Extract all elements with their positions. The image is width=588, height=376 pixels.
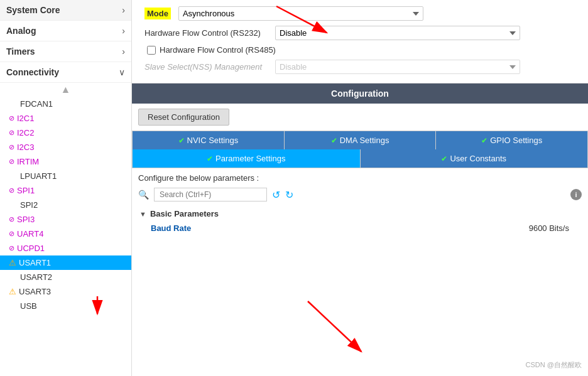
usart1-warn-icon: ⚠ bbox=[9, 258, 16, 267]
param-area: Configure the below parameters : 🔍 ↺ ↻ i… bbox=[132, 168, 588, 376]
i2c3-no-icon: ⊘ bbox=[9, 143, 14, 151]
hw-flow-rs485-row: Hardware Flow Control (RS485) bbox=[144, 45, 575, 55]
sidebar-item-uart4[interactable]: ⊘ UART4 bbox=[0, 227, 131, 241]
sidebar-item-label-uart4: UART4 bbox=[17, 229, 43, 239]
dma-check-icon: ✔ bbox=[331, 136, 337, 145]
refresh1-icon[interactable]: ↺ bbox=[272, 189, 280, 201]
sidebar-item-spi1[interactable]: ⊘ SPI1 bbox=[0, 183, 131, 198]
sidebar-section-label-connectivity: Connectivity bbox=[6, 67, 59, 77]
search-row: 🔍 ↺ ↻ i bbox=[138, 188, 582, 201]
sidebar-item-label-spi2: SPI2 bbox=[20, 200, 38, 210]
sidebar-item-i2c1[interactable]: ⊘ I2C1 bbox=[0, 111, 131, 126]
sidebar-item-usart1[interactable]: ⚠ USART1 bbox=[0, 255, 131, 270]
usart3-warn-icon: ⚠ bbox=[9, 287, 16, 296]
scroll-up-indicator[interactable]: ▲ bbox=[0, 83, 131, 97]
sidebar-section-connectivity[interactable]: Connectivity ∨ bbox=[0, 62, 131, 83]
sidebar-item-label-i2c1: I2C1 bbox=[17, 114, 34, 123]
sidebar-section-analog[interactable]: Analog › bbox=[0, 21, 131, 41]
hw-flow-rs232-select[interactable]: Disable CTS Only RTS Only CTS/RTS Hardwa… bbox=[275, 26, 520, 40]
user-const-check-icon: ✔ bbox=[441, 154, 447, 163]
spi3-no-icon: ⊘ bbox=[9, 215, 14, 223]
tab-parameter-settings[interactable]: ✔ Parameter Settings bbox=[132, 149, 360, 168]
sidebar-item-label-usb: USB bbox=[20, 301, 37, 311]
uart4-no-icon: ⊘ bbox=[9, 230, 14, 238]
watermark: CSDN @自然醒欧 bbox=[526, 360, 582, 370]
sidebar-item-spi2[interactable]: SPI2 bbox=[0, 198, 131, 212]
mode-select[interactable]: Asynchronous Synchronous bbox=[178, 6, 423, 21]
tabs-row-2: ✔ Parameter Settings ✔ User Constants bbox=[132, 149, 588, 168]
sidebar-item-ucpd1[interactable]: ⊘ UCPD1 bbox=[0, 241, 131, 255]
sidebar-section-arrow-analog: › bbox=[122, 26, 125, 36]
tab-dma-label: DMA Settings bbox=[340, 136, 389, 145]
sidebar-item-spi3[interactable]: ⊘ SPI3 bbox=[0, 212, 131, 227]
sidebar-section-timers[interactable]: Timers › bbox=[0, 41, 131, 62]
sidebar-section-label-system-core: System Core bbox=[6, 5, 60, 15]
slave-select-label: Slave Select(NSS) Management bbox=[144, 62, 270, 72]
irtim-no-icon: ⊘ bbox=[9, 158, 14, 166]
mode-label: Mode bbox=[144, 8, 171, 19]
tab-gpio-settings[interactable]: ✔ GPIO Settings bbox=[435, 131, 588, 149]
sidebar-item-i2c3[interactable]: ⊘ I2C3 bbox=[0, 140, 131, 154]
sidebar-item-label-usart3: USART3 bbox=[19, 287, 51, 296]
configure-desc: Configure the below parameters : bbox=[138, 173, 582, 183]
sidebar-item-fdcan1[interactable]: FDCAN1 bbox=[0, 97, 131, 111]
sidebar-item-irtim[interactable]: ⊘ IRTIM bbox=[0, 154, 131, 169]
hw-flow-rs232-row: Hardware Flow Control (RS232) Disable CT… bbox=[144, 26, 575, 40]
tab-nvic-settings[interactable]: ✔ NVIC Settings bbox=[132, 131, 284, 149]
sidebar-section-label-timers: Timers bbox=[6, 46, 35, 56]
sidebar-item-i2c2[interactable]: ⊘ I2C2 bbox=[0, 126, 131, 140]
info-icon[interactable]: i bbox=[570, 189, 582, 200]
refresh2-icon[interactable]: ↻ bbox=[285, 189, 293, 201]
mode-row: Mode Asynchronous Synchronous bbox=[144, 6, 575, 21]
ucpd1-no-icon: ⊘ bbox=[9, 244, 14, 252]
sidebar-item-label-usart1: USART1 bbox=[19, 258, 51, 267]
sidebar-item-label-i2c2: I2C2 bbox=[17, 128, 34, 137]
sidebar-item-label-i2c3: I2C3 bbox=[17, 142, 34, 152]
basic-group-label: Basic Parameters bbox=[150, 209, 219, 218]
i2c1-no-icon: ⊘ bbox=[9, 114, 14, 122]
search-icon: 🔍 bbox=[138, 190, 149, 200]
reset-config-button[interactable]: Reset Configuration bbox=[138, 109, 229, 126]
sidebar-item-usart3[interactable]: ⚠ USART3 bbox=[0, 284, 131, 299]
sidebar-item-lpuart1[interactable]: LPUART1 bbox=[0, 169, 131, 183]
sidebar-section-arrow-system-core: › bbox=[122, 5, 125, 15]
sidebar-section-system-core[interactable]: System Core › bbox=[0, 0, 131, 21]
tab-param-label: Parameter Settings bbox=[215, 154, 285, 163]
reset-btn-row: Reset Configuration bbox=[132, 104, 588, 131]
param-check-icon: ✔ bbox=[207, 154, 213, 163]
hw-flow-rs232-label: Hardware Flow Control (RS232) bbox=[144, 28, 270, 38]
sidebar-item-usart2[interactable]: USART2 bbox=[0, 270, 131, 284]
nvic-check-icon: ✔ bbox=[178, 136, 185, 145]
sidebar-item-label-fdcan1: FDCAN1 bbox=[20, 99, 53, 109]
sidebar-section-arrow-timers: › bbox=[122, 46, 125, 56]
config-section: Configuration Reset Configuration ✔ NVIC… bbox=[132, 83, 588, 376]
param-group-basic-header[interactable]: ▼ Basic Parameters bbox=[138, 207, 582, 221]
sidebar-section-label-analog: Analog bbox=[6, 26, 36, 36]
main-content: Mode Asynchronous Synchronous Hardware F… bbox=[132, 0, 588, 376]
tab-user-constants[interactable]: ✔ User Constants bbox=[360, 149, 589, 168]
basic-group-arrow: ▼ bbox=[139, 210, 146, 218]
search-input[interactable] bbox=[154, 188, 267, 201]
sidebar-item-label-irtim: IRTIM bbox=[17, 157, 39, 166]
baud-rate-value: 9600 Bits/s bbox=[529, 223, 569, 233]
tab-dma-settings[interactable]: ✔ DMA Settings bbox=[284, 131, 436, 149]
slave-select-select[interactable]: Disable bbox=[275, 60, 520, 74]
baud-rate-name: Baud Rate bbox=[151, 223, 529, 233]
tab-user-const-label: User Constants bbox=[450, 154, 506, 163]
gpio-check-icon: ✔ bbox=[481, 136, 487, 145]
sidebar-item-label-usart2: USART2 bbox=[20, 272, 52, 282]
sidebar-section-arrow-connectivity: ∨ bbox=[119, 67, 125, 77]
i2c2-no-icon: ⊘ bbox=[9, 129, 14, 137]
tab-nvic-label: NVIC Settings bbox=[187, 136, 239, 145]
hw-flow-rs485-checkbox[interactable] bbox=[147, 46, 156, 55]
sidebar-item-label-spi1: SPI1 bbox=[17, 186, 35, 195]
config-header: Configuration bbox=[132, 83, 588, 104]
sidebar-item-label-spi3: SPI3 bbox=[17, 215, 35, 224]
tab-gpio-label: GPIO Settings bbox=[490, 136, 542, 145]
sidebar-item-usb[interactable]: USB bbox=[0, 299, 131, 313]
sidebar: System Core › Analog › Timers › Connecti… bbox=[0, 0, 132, 376]
connectivity-items: ▲ FDCAN1 ⊘ I2C1 ⊘ I2C2 ⊘ I2C3 bbox=[0, 83, 131, 313]
param-group-basic: ▼ Basic Parameters Baud Rate 9600 Bits/s bbox=[138, 207, 582, 235]
top-config-area: Mode Asynchronous Synchronous Hardware F… bbox=[132, 0, 588, 83]
spi1-no-icon: ⊘ bbox=[9, 186, 14, 195]
